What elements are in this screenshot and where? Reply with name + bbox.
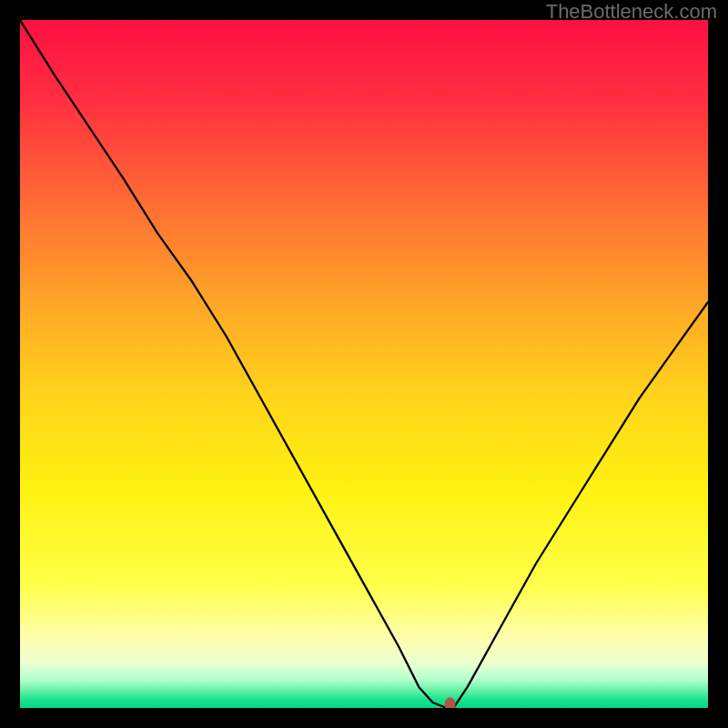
chart-background-gradient: [20, 20, 708, 708]
watermark-text: TheBottleneck.com: [546, 0, 717, 24]
bottleneck-chart: [20, 20, 708, 708]
chart-container: TheBottleneck.com: [0, 0, 728, 728]
